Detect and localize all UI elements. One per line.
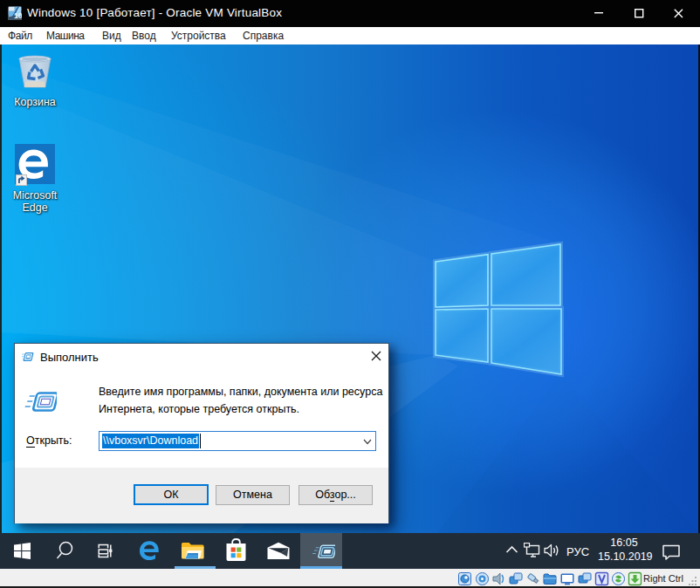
- svg-text:10: 10: [14, 11, 22, 20]
